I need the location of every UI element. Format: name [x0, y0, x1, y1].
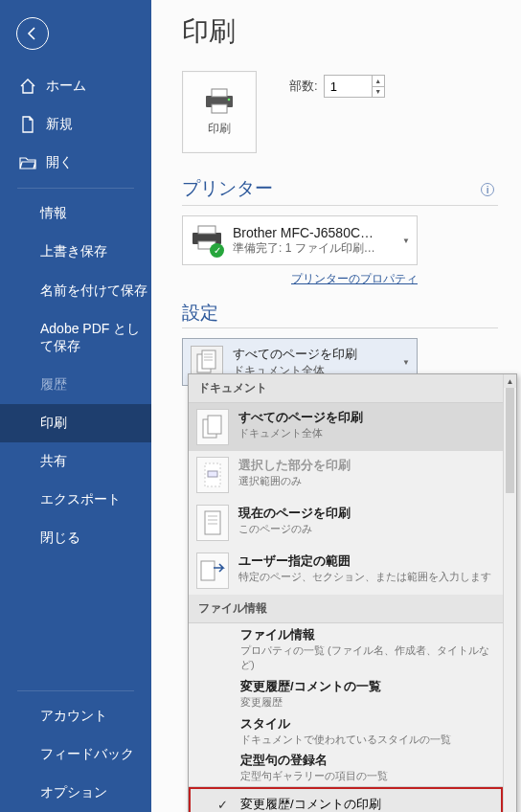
- printer-selector[interactable]: ✓ Brother MFC-J6580C… 準備完了: 1 ファイル印刷… ▼: [182, 215, 418, 265]
- dropdown-item-sub: ドキュメント全体: [238, 426, 493, 440]
- dropdown-group-document: ドキュメント: [189, 374, 503, 403]
- dropdown-item-label: 変更履歴/コメントの印刷: [240, 796, 381, 812]
- back-button[interactable]: [16, 17, 49, 50]
- nav-label: ホーム: [46, 78, 86, 95]
- nav-separator: [17, 690, 134, 691]
- nav-save-overwrite[interactable]: 上書き保存: [0, 233, 151, 271]
- nav-history[interactable]: 履歴: [0, 366, 151, 404]
- nav-share[interactable]: 共有: [0, 442, 151, 481]
- dropdown-item-title: 定型句の登録名: [240, 752, 493, 769]
- nav-options[interactable]: オプション: [0, 774, 151, 812]
- nav-label: 履歴: [40, 376, 67, 394]
- nav-label: 名前を付けて保存: [40, 282, 147, 299]
- dropdown-item-fileinfo[interactable]: ファイル情報プロパティの一覧 (ファイル名、作成者、タイトルなど): [189, 623, 503, 675]
- dropdown-item-selection[interactable]: 選択した部分を印刷選択範囲のみ: [189, 451, 503, 499]
- dropdown-item-sub: ドキュメントで使われているスタイルの一覧: [240, 733, 493, 747]
- printer-section-title: プリンター: [182, 176, 273, 201]
- dropdown-item-sub: 選択範囲のみ: [238, 474, 493, 488]
- dropdown-item-autotext[interactable]: 定型句の登録名定型句ギャラリーの項目の一覧: [189, 749, 503, 786]
- nav-label: フィードバック: [40, 746, 134, 763]
- nav-print[interactable]: 印刷: [0, 404, 151, 442]
- nav-home[interactable]: ホーム: [0, 67, 151, 105]
- nav-open[interactable]: 開く: [0, 144, 151, 182]
- svg-rect-16: [205, 511, 220, 534]
- settings-section-title: 設定: [182, 301, 521, 326]
- page-current-icon: [196, 505, 229, 541]
- dropdown-item-title: ユーザー指定の範囲: [238, 553, 493, 570]
- copies-input[interactable]: 1 ▲ ▼: [324, 75, 385, 98]
- dropdown-item-current-page[interactable]: 現在のページを印刷このページのみ: [189, 499, 503, 547]
- open-folder-icon: [19, 154, 36, 171]
- nav-label: エクスポート: [40, 491, 121, 508]
- check-icon: ✓: [217, 798, 231, 812]
- dropdown-group-fileinfo: ファイル情報: [189, 595, 503, 623]
- scroll-thumb[interactable]: [506, 388, 514, 493]
- copies-label: 部数:: [289, 78, 318, 95]
- chevron-down-icon: ▼: [401, 357, 411, 367]
- printer-icon: [203, 88, 236, 115]
- back-arrow-icon: [25, 26, 40, 41]
- print-button[interactable]: 印刷: [182, 71, 257, 153]
- svg-rect-20: [201, 561, 215, 580]
- svg-rect-13: [208, 416, 221, 434]
- nav-label: 共有: [40, 453, 67, 470]
- chevron-down-icon: ▼: [401, 236, 411, 245]
- dropdown-item-sub: プロパティの一覧 (ファイル名、作成者、タイトルなど): [240, 643, 493, 672]
- nav-label: 新規: [46, 116, 73, 133]
- dropdown-item-custom-range[interactable]: ユーザー指定の範囲特定のページ、セクション、または範囲を入力します: [189, 547, 503, 595]
- svg-rect-2: [212, 104, 227, 113]
- nav-export[interactable]: エクスポート: [0, 481, 151, 519]
- print-what-title: すべてのページを印刷: [233, 346, 392, 363]
- nav-adobe-pdf[interactable]: Adobe PDF として保存: [0, 309, 151, 365]
- dropdown-item-title: 選択した部分を印刷: [238, 457, 493, 474]
- backstage-sidebar: ホーム 新規 開く 情報 上書き保存 名前を付けて保存 Adobe PDF とし…: [0, 0, 151, 812]
- spinner-up[interactable]: ▲: [373, 76, 384, 87]
- dropdown-item-sub: 特定のページ、セクション、または範囲を入力します: [238, 570, 493, 584]
- pages-all-icon: [196, 409, 229, 445]
- nav-new[interactable]: 新規: [0, 105, 151, 144]
- nav-label: オプション: [40, 784, 107, 801]
- home-icon: [19, 78, 36, 95]
- dropdown-item-all-pages[interactable]: すべてのページを印刷ドキュメント全体: [189, 403, 503, 451]
- nav-label: 閉じる: [40, 530, 80, 547]
- dropdown-item-styles[interactable]: スタイルドキュメントで使われているスタイルの一覧: [189, 712, 503, 750]
- svg-rect-5: [198, 226, 215, 234]
- printer-status: 準備完了: 1 ファイル印刷…: [233, 240, 392, 257]
- dropdown-item-revisions-list[interactable]: 変更履歴/コメントの一覧変更履歴: [189, 675, 503, 712]
- printer-status-icon: ✓: [210, 243, 224, 258]
- dropdown-item-sub: 定型句ギャラリーの項目の一覧: [240, 769, 493, 783]
- section-separator: [182, 205, 498, 206]
- nav-info[interactable]: 情報: [0, 194, 151, 233]
- nav-save-as[interactable]: 名前を付けて保存: [0, 271, 151, 309]
- printer-name: Brother MFC-J6580C…: [233, 225, 392, 240]
- printer-properties-link[interactable]: プリンターのプロパティ: [291, 272, 418, 285]
- svg-rect-1: [212, 89, 227, 97]
- dropdown-item-sub: 変更履歴: [240, 695, 493, 710]
- nav-feedback[interactable]: フィードバック: [0, 735, 151, 774]
- print-button-label: 印刷: [208, 121, 231, 137]
- nav-label: アカウント: [40, 708, 107, 725]
- dropdown-item-title: 現在のページを印刷: [238, 505, 493, 522]
- dropdown-item-title: ファイル情報: [240, 626, 493, 643]
- scroll-up-icon[interactable]: ▲: [504, 374, 516, 388]
- copies-value: 1: [330, 79, 337, 94]
- nav-label: 上書き保存: [40, 243, 107, 260]
- page-selection-icon: [196, 457, 229, 493]
- svg-point-3: [228, 98, 231, 101]
- new-doc-icon: [19, 116, 36, 133]
- nav-label: 印刷: [40, 415, 67, 432]
- dropdown-item-title: すべてのページを印刷: [238, 409, 493, 426]
- printer-info-icon[interactable]: i: [481, 183, 494, 196]
- dropdown-item-title: 変更履歴/コメントの一覧: [240, 678, 493, 695]
- nav-account[interactable]: アカウント: [0, 697, 151, 735]
- spinner-down[interactable]: ▼: [373, 87, 384, 98]
- page-range-icon: [196, 553, 229, 589]
- nav-label: 開く: [46, 154, 73, 171]
- dropdown-toggle-print-markup[interactable]: ✓ 変更履歴/コメントの印刷: [189, 787, 503, 812]
- dropdown-scrollbar[interactable]: ▲ ▼: [503, 374, 516, 812]
- nav-label: Adobe PDF として保存: [40, 320, 151, 354]
- nav-close[interactable]: 閉じる: [0, 519, 151, 557]
- print-what-dropdown: ドキュメント すべてのページを印刷ドキュメント全体 選択した部分を印刷選択範囲の…: [188, 373, 517, 812]
- section-separator: [182, 327, 498, 328]
- dropdown-item-sub: このページのみ: [238, 522, 493, 536]
